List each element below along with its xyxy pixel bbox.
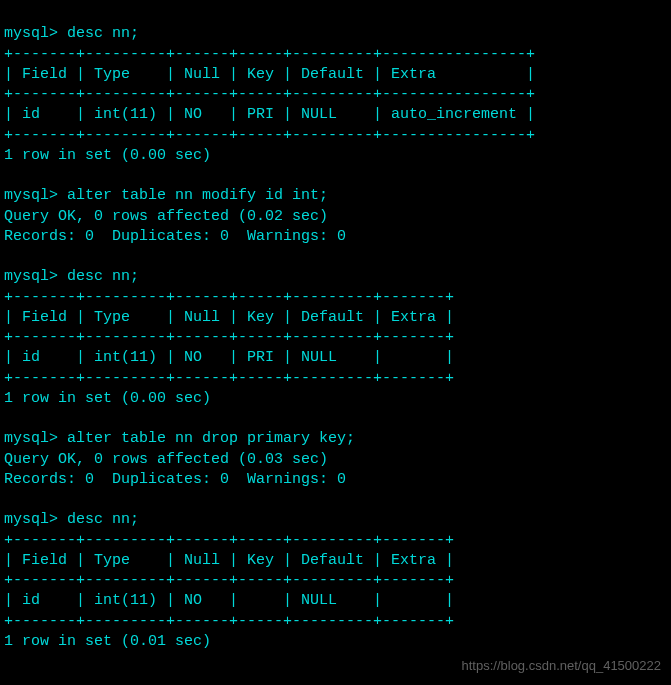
table-row: | id | int(11) | NO | | NULL | |: [4, 592, 454, 609]
sql-command: desc nn;: [67, 268, 139, 285]
table-header: | Field | Type | Null | Key | Default | …: [4, 66, 535, 83]
table-row: | id | int(11) | NO | PRI | NULL | |: [4, 349, 454, 366]
prompt: mysql>: [4, 187, 67, 204]
sql-command: alter table nn drop primary key;: [67, 430, 355, 447]
sql-command: desc nn;: [67, 25, 139, 42]
result-footer: 1 row in set (0.00 sec): [4, 147, 211, 164]
table-border: +-------+---------+------+-----+--------…: [4, 572, 454, 589]
result-line: Records: 0 Duplicates: 0 Warnings: 0: [4, 228, 346, 245]
sql-command: desc nn;: [67, 511, 139, 528]
prompt: mysql>: [4, 430, 67, 447]
table-border: +-------+---------+------+-----+--------…: [4, 86, 535, 103]
prompt: mysql>: [4, 268, 67, 285]
prompt: mysql>: [4, 25, 67, 42]
sql-command: alter table nn modify id int;: [67, 187, 328, 204]
result-line: Records: 0 Duplicates: 0 Warnings: 0: [4, 471, 346, 488]
result-footer: 1 row in set (0.01 sec): [4, 633, 211, 650]
table-border: +-------+---------+------+-----+--------…: [4, 370, 454, 387]
result-line: Query OK, 0 rows affected (0.03 sec): [4, 451, 328, 468]
table-header: | Field | Type | Null | Key | Default | …: [4, 552, 454, 569]
table-border: +-------+---------+------+-----+--------…: [4, 329, 454, 346]
table-border: +-------+---------+------+-----+--------…: [4, 613, 454, 630]
table-header: | Field | Type | Null | Key | Default | …: [4, 309, 454, 326]
prompt: mysql>: [4, 511, 67, 528]
table-border: +-------+---------+------+-----+--------…: [4, 532, 454, 549]
table-row: | id | int(11) | NO | PRI | NULL | auto_…: [4, 106, 535, 123]
table-border: +-------+---------+------+-----+--------…: [4, 127, 535, 144]
terminal-output: mysql> desc nn; +-------+---------+-----…: [4, 4, 667, 652]
result-footer: 1 row in set (0.00 sec): [4, 390, 211, 407]
table-border: +-------+---------+------+-----+--------…: [4, 289, 454, 306]
result-line: Query OK, 0 rows affected (0.02 sec): [4, 208, 328, 225]
table-border: +-------+---------+------+-----+--------…: [4, 46, 535, 63]
